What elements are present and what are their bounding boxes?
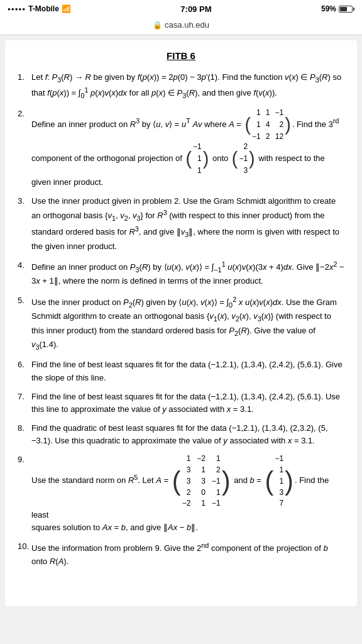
- problem-number-10: 10.: [18, 540, 31, 553]
- b-open-paren: (: [265, 468, 274, 494]
- problem-number-1: 1.: [18, 71, 31, 84]
- problem-content-4: Define an inner product on P3(R) by ⟨u(x…: [31, 259, 344, 288]
- problem-10: 10. Use the information from problem 9. …: [18, 540, 344, 568]
- matrix-open-paren: (: [245, 116, 251, 134]
- problem-number-3: 3.: [18, 195, 31, 208]
- b-var: b: [250, 476, 254, 486]
- vec2-content: 2 −1 3: [239, 142, 248, 175]
- problem-content-1: Let f: P3(R) → R be given by f(p(x)) = 2…: [31, 71, 344, 101]
- vec-close: ): [203, 150, 209, 168]
- problem-number-8: 8.: [18, 422, 31, 435]
- vec2-open: (: [232, 150, 238, 168]
- problem-list: 1. Let f: P3(R) → R be given by f(p(x)) …: [18, 71, 344, 568]
- battery-percentage: 59%: [321, 4, 336, 13]
- vec-open: (: [186, 150, 192, 168]
- problem-number-5: 5.: [18, 294, 31, 307]
- problem-number-4: 4.: [18, 259, 31, 272]
- b-close-paren: ): [285, 468, 293, 494]
- problem-5: 5. Use the inner product on P2(R) given …: [18, 294, 344, 353]
- problem-1: 1. Let f: P3(R) → R be given by f(p(x)) …: [18, 71, 344, 101]
- vec2-close: ): [249, 150, 255, 168]
- problem-content-6: Find the line of best least squares fit …: [31, 358, 344, 384]
- problem-content-9: Use the standard norm on R5. Let A = ( 1…: [31, 453, 344, 534]
- address-bar[interactable]: 🔒 casa.uh.edu: [0, 18, 362, 35]
- page-title: FITB 6: [18, 50, 344, 61]
- problem-8: 8. Find the quadratic of best least squa…: [18, 422, 344, 447]
- problem-content-8: Find the quadratic of best least squares…: [31, 422, 344, 447]
- battery-icon: [339, 6, 354, 13]
- signal-dots: ●●●●●: [8, 6, 26, 12]
- matrix-A-content: 1−21 312 33−1 201 −21−1: [182, 453, 221, 509]
- problem-content-2: Define an inner product on R3 by ⟨u, v⟩ …: [31, 108, 344, 189]
- matrix-close-paren: ): [285, 116, 291, 134]
- status-bar: ●●●●● T-Mobile 📶 7:09 PM 59%: [0, 0, 362, 18]
- content-area: FITB 6 1. Let f: P3(R) → R be given by f…: [5, 40, 357, 606]
- battery-area: 59%: [321, 4, 354, 13]
- problem-number-6: 6.: [18, 358, 31, 371]
- problem-2: 2. Define an inner product on R3 by ⟨u, …: [18, 108, 344, 189]
- matrix-content: 11−1 142 −1212: [252, 108, 283, 142]
- vector-u: ( −1 1 1 ): [186, 142, 209, 175]
- problem-7: 7. Find the line of best least squares f…: [18, 391, 344, 416]
- carrier-info: ●●●●● T-Mobile 📶: [8, 4, 71, 13]
- wifi-icon: 📶: [62, 4, 71, 13]
- vector-v: ( 2 −1 3 ): [232, 142, 255, 175]
- problem-content-7: Find the line of best least squares fit …: [31, 391, 344, 416]
- problem-6: 6. Find the line of best least squares f…: [18, 358, 344, 384]
- big-close-paren: ): [222, 468, 231, 494]
- problem-content-3: Use the inner product given in problem 2…: [31, 195, 344, 253]
- lock-icon: 🔒: [153, 21, 162, 30]
- problem-9: 9. Use the standard norm on R5. Let A = …: [18, 453, 344, 534]
- matrix-A-problem9: ( 1−21 312 33−1 201 −21−1 ): [172, 453, 231, 509]
- carrier-name: T-Mobile: [28, 4, 59, 13]
- vec-content: −1 1 1: [193, 142, 202, 175]
- problem-4: 4. Define an inner product on P3(R) by ⟨…: [18, 259, 344, 288]
- problem-number-9: 9.: [18, 453, 31, 466]
- url-text: casa.uh.edu: [165, 20, 209, 30]
- problem-3: 3. Use the inner product given in proble…: [18, 195, 344, 253]
- problem-content-5: Use the inner product on P2(R) given by …: [31, 294, 344, 353]
- vector-b-problem9: ( −1 1 1 3 7 ): [265, 453, 293, 509]
- clock: 7:09 PM: [180, 4, 211, 14]
- vector-b-content: −1 1 1 3 7: [275, 453, 283, 509]
- matrix-A-problem2: ( 11−1 142 −1212 ): [245, 108, 291, 142]
- big-open-paren: (: [172, 468, 181, 494]
- problem-content-10: Use the information from problem 9. Give…: [31, 540, 344, 568]
- problem-number-7: 7.: [18, 391, 31, 403]
- and-text: and: [234, 476, 250, 486]
- problem-number-2: 2.: [18, 108, 31, 120]
